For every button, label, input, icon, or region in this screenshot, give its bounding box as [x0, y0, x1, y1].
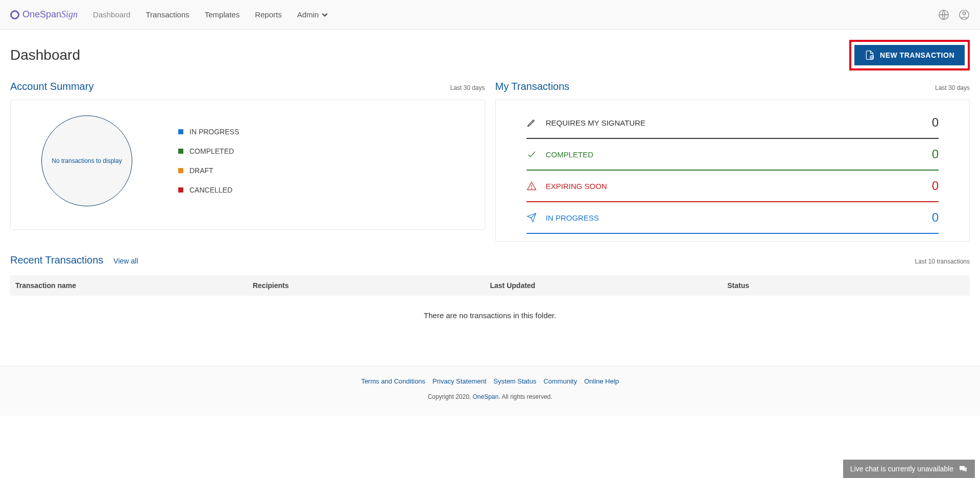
warning-icon — [527, 181, 537, 191]
copyright: Copyright 2020, OneSpan. All rights rese… — [0, 393, 980, 400]
footer-help[interactable]: Online Help — [584, 377, 619, 385]
nav-transactions[interactable]: Transactions — [146, 10, 189, 19]
recent-sub: Last 10 transactions — [915, 258, 970, 265]
swatch-cancelled — [178, 187, 183, 193]
account-summary-title: Account Summary — [10, 81, 93, 92]
my-transactions-card: REQUIRES MY SIGNATURE 0 COMPLETED 0 EXPI… — [495, 100, 970, 242]
tx-count: 0 — [932, 179, 939, 193]
svg-point-7 — [531, 188, 532, 189]
svg-point-2 — [963, 12, 966, 15]
tx-row-expiring[interactable]: EXPIRING SOON 0 — [527, 171, 939, 202]
empty-table-message: There are no transactions in this folder… — [10, 296, 970, 335]
page-body: Dashboard NEW TRANSACTION Account Summar… — [0, 30, 980, 335]
footer-links: Terms and Conditions Privacy Statement S… — [0, 377, 980, 385]
tx-row-requires-signature[interactable]: REQUIRES MY SIGNATURE 0 — [527, 107, 939, 139]
swatch-in-progress — [178, 129, 183, 134]
swatch-completed — [178, 149, 183, 154]
nav-admin[interactable]: Admin — [297, 10, 328, 19]
nav: Dashboard Transactions Templates Reports… — [93, 10, 328, 19]
tx-count: 0 — [932, 147, 939, 161]
tx-row-completed[interactable]: COMPLETED 0 — [527, 139, 939, 171]
account-summary-panel: Account Summary Last 30 days No transact… — [10, 81, 485, 242]
footer-status[interactable]: System Status — [493, 377, 536, 385]
footer-privacy[interactable]: Privacy Statement — [433, 377, 487, 385]
legend-completed: COMPLETED — [178, 147, 239, 155]
tx-label: EXPIRING SOON — [546, 182, 607, 190]
legend-cancelled: CANCELLED — [178, 186, 239, 194]
view-all-link[interactable]: View all — [113, 257, 138, 265]
highlight-annotation: NEW TRANSACTION — [849, 40, 970, 70]
page-title: Dashboard — [10, 47, 80, 63]
nav-templates[interactable]: Templates — [205, 10, 240, 19]
page-head: Dashboard NEW TRANSACTION — [10, 40, 970, 70]
panels: Account Summary Last 30 days No transact… — [10, 81, 970, 242]
document-add-icon — [865, 50, 875, 60]
new-transaction-button[interactable]: NEW TRANSACTION — [854, 45, 965, 65]
my-transactions-title: My Transactions — [495, 81, 570, 92]
donut-empty-text: No transactions to display — [52, 157, 122, 164]
tx-label: IN PROGRESS — [546, 213, 599, 222]
logo[interactable]: OneSpanSign — [10, 9, 78, 20]
col-transaction-name: Transaction name — [15, 281, 253, 290]
check-icon — [527, 149, 537, 159]
user-icon[interactable] — [959, 9, 970, 20]
tx-count: 0 — [932, 115, 939, 130]
nav-dashboard[interactable]: Dashboard — [93, 10, 130, 19]
col-status: Status — [727, 281, 965, 290]
col-recipients: Recipients — [253, 281, 490, 290]
recent-head: Recent Transactions View all Last 10 tra… — [10, 254, 970, 266]
donut-chart: No transactions to display — [41, 115, 132, 206]
tx-row-in-progress[interactable]: IN PROGRESS 0 — [527, 202, 939, 234]
swatch-draft — [178, 168, 183, 173]
send-icon — [527, 212, 537, 223]
recent-title: Recent Transactions — [10, 254, 103, 266]
globe-icon[interactable] — [938, 9, 949, 20]
logo-circle-icon — [10, 10, 19, 19]
tx-label: REQUIRES MY SIGNATURE — [546, 118, 646, 127]
footer: Terms and Conditions Privacy Statement S… — [0, 366, 980, 416]
tx-count: 0 — [932, 210, 939, 225]
logo-text: OneSpanSign — [22, 9, 78, 20]
legend-draft: DRAFT — [178, 166, 239, 175]
table-header: Transaction name Recipients Last Updated… — [10, 275, 970, 296]
topbar-right — [938, 9, 970, 20]
legend-in-progress: IN PROGRESS — [178, 128, 239, 136]
account-summary-card: No transactions to display IN PROGRESS C… — [10, 100, 485, 230]
legend: IN PROGRESS COMPLETED DRAFT CANCELL — [178, 128, 239, 194]
tx-label: COMPLETED — [546, 150, 593, 159]
chevron-down-icon — [322, 12, 328, 18]
footer-community[interactable]: Community — [543, 377, 577, 385]
my-transactions-range: Last 30 days — [935, 84, 970, 91]
pencil-icon — [527, 117, 537, 128]
topbar: OneSpanSign Dashboard Transactions Templ… — [0, 0, 980, 30]
footer-terms[interactable]: Terms and Conditions — [361, 377, 425, 385]
account-summary-range: Last 30 days — [450, 84, 485, 91]
nav-reports[interactable]: Reports — [255, 10, 282, 19]
col-last-updated: Last Updated — [490, 281, 728, 290]
copyright-link[interactable]: OneSpan — [472, 393, 498, 400]
my-transactions-panel: My Transactions Last 30 days REQUIRES MY… — [495, 81, 970, 242]
